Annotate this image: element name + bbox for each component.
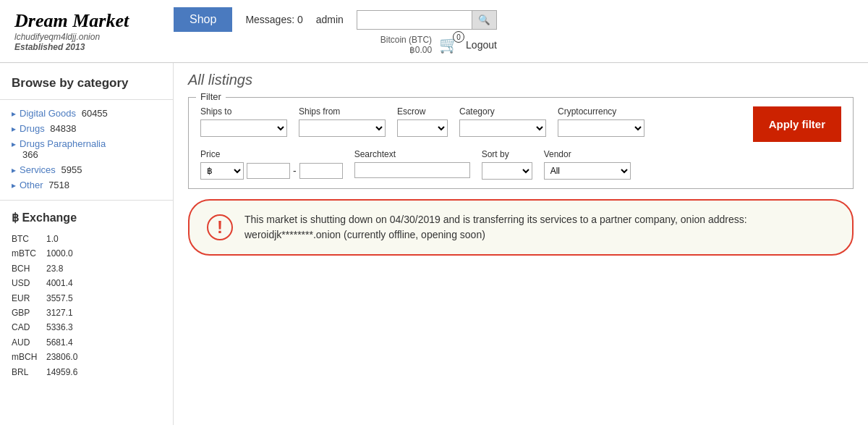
logo-title: Dream Market [14,10,174,32]
vendor-label: Vendor [544,149,631,159]
exchange-row-gbp: GBP 3127.1 [12,306,161,320]
cart-icon[interactable]: 🛒 0 [439,35,459,54]
sort-by-group: Sort by [482,149,532,180]
shop-button[interactable]: Shop [174,7,232,32]
price-min-input[interactable] [247,163,290,179]
price-group: Price ฿ - [200,149,343,180]
exchange-row-mbch: mBCH 23806.0 [12,350,161,364]
cart-badge: 0 [453,31,464,43]
escrow-group: Escrow [397,106,448,137]
header-top-row: Shop Messages: 0 admin 🔍 [174,7,497,32]
escrow-select[interactable] [397,119,448,137]
drugs-paraphernalia-link[interactable]: Drugs Paraphernalia 366 [20,138,106,160]
cryptocurrency-select[interactable] [558,119,644,137]
exchange-row-bch: BCH 23.8 [12,261,161,276]
sidebar: Browse by category Digital Goods 60455 D… [0,63,174,425]
filter-top-row: Ships to Ships from Escrow [200,106,841,142]
admin-link[interactable]: admin [316,14,344,25]
price-currency-select[interactable]: ฿ [200,162,244,180]
logout-link[interactable]: Logout [466,39,497,51]
vendor-group: Vendor All [544,149,631,180]
category-group: Category [459,106,546,137]
logo-area: Dream Market lchudifyeqm4ldjj.onion Esta… [14,10,174,52]
btc-label: Bitcoin (BTC) [380,35,432,45]
exchange-row-btc: BTC 1.0 [12,232,161,246]
exchange-row-brl: BRL 14959.6 [12,365,161,379]
sidebar-item-other[interactable]: Other 7518 [0,177,173,193]
ships-to-label: Ships to [200,106,287,117]
sidebar-item-services[interactable]: Services 5955 [0,162,173,177]
logo-estab: Established 2013 [14,42,174,52]
alert-text: This market is shutting down on 04/30/20… [244,212,835,243]
filter-legend: Filter [196,91,226,102]
header: Dream Market lchudifyeqm4ldjj.onion Esta… [0,0,868,63]
header-right: Shop Messages: 0 admin 🔍 Bitcoin (BTC) ฿… [174,7,497,55]
sort-by-select[interactable] [482,162,532,180]
category-select[interactable] [459,119,546,137]
cryptocurrency-label: Cryptocurrency [558,106,644,117]
btc-amount: ฿0.00 [380,45,432,55]
search-button[interactable]: 🔍 [472,10,497,30]
apply-filter-button[interactable]: Apply filter [753,106,841,142]
services-link[interactable]: Services 5955 [20,164,82,175]
exchange-row-aud: AUD 5681.4 [12,335,161,350]
exchange-row-cad: CAD 5336.3 [12,320,161,335]
ships-to-select[interactable] [200,119,287,137]
sidebar-item-drugs[interactable]: Drugs 84838 [0,121,173,136]
exchange-row-eur: EUR 3557.5 [12,291,161,306]
filter-bottom-row: Price ฿ - Searchtext Sort by [200,149,841,180]
browse-category-title: Browse by category [0,70,173,100]
filter-box: Filter Ships to Ships from Escrow [188,97,854,189]
exchange-table: BTC 1.0 mBTC 1000.0 BCH 23.8 USD 4001.4 … [0,229,173,382]
sidebar-item-drugs-paraphernalia[interactable]: Drugs Paraphernalia 366 [0,136,173,162]
cryptocurrency-group: Cryptocurrency [558,106,644,137]
exchange-title: ฿ Exchange [0,200,173,229]
vendor-select[interactable]: All [544,162,631,180]
digital-goods-link[interactable]: Digital Goods 60455 [20,108,108,119]
header-bottom-row: Bitcoin (BTC) ฿0.00 🛒 0 Logout [380,35,497,55]
content-area: All listings Filter Ships to Ships from [174,63,868,425]
exchange-row-usd: USD 4001.4 [12,276,161,290]
searchtext-input[interactable] [354,162,470,178]
price-range: ฿ - [200,162,343,180]
price-dash: - [293,165,297,177]
drugs-link[interactable]: Drugs 84838 [20,123,76,134]
searchtext-group: Searchtext [354,149,470,178]
alert-box: ! This market is shutting down on 04/30/… [188,199,854,256]
searchtext-label: Searchtext [354,149,470,159]
ships-from-label: Ships from [299,106,386,117]
exchange-row-mbtc: mBTC 1000.0 [12,246,161,261]
search-input[interactable] [357,10,472,30]
price-max-input[interactable] [299,163,343,179]
ships-to-group: Ships to [200,106,287,137]
category-label: Category [459,106,546,117]
ships-from-select[interactable] [299,119,386,137]
btc-info: Bitcoin (BTC) ฿0.00 [380,35,432,55]
page-title: All listings [188,72,854,88]
messages-link[interactable]: Messages: 0 [245,14,302,25]
escrow-label: Escrow [397,106,448,117]
alert-icon: ! [207,214,233,240]
sort-by-label: Sort by [482,149,532,159]
sidebar-item-digital-goods[interactable]: Digital Goods 60455 [0,106,173,121]
logo-subtitle: lchudifyeqm4ldjj.onion [14,32,174,42]
other-link[interactable]: Other 7518 [20,180,69,190]
search-area: 🔍 [357,10,497,30]
ships-from-group: Ships from [299,106,386,137]
price-label: Price [200,149,343,159]
main-layout: Browse by category Digital Goods 60455 D… [0,63,868,425]
